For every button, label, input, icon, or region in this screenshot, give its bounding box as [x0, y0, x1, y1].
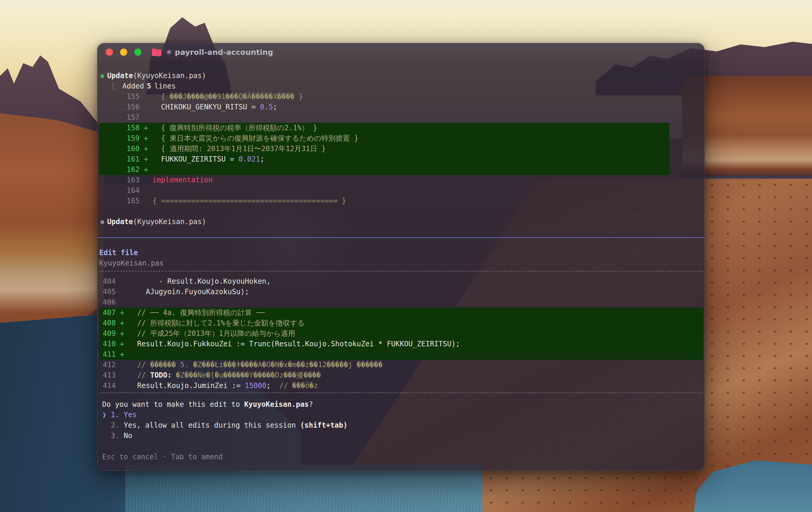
option-list: ❯1. Yes 2. Yes, allow all edits during t…	[99, 410, 703, 441]
tool-argument: (KyuyoKeisan.pas)	[133, 218, 206, 226]
code-line-410: 410 + Result.Koujo.FukkouZei := Trunc(Re…	[99, 339, 703, 349]
selector-spacer	[102, 431, 111, 441]
code-line-155: 155 { ���J����@��91���Q�Â�����X�̈��� }	[99, 91, 669, 102]
code-line-411: 411 +	[99, 349, 703, 360]
dashed-separator	[99, 393, 703, 393]
code-line-408: 408 + // 所得税額に対して2.1%を乗じた金額を徴収する	[99, 318, 703, 329]
summary-unit: lines	[154, 82, 176, 90]
code-line-161: 161 + FUKKOU_ZEIRITSU = 0.021;	[99, 154, 669, 165]
tool-argument: (KyuyoKeisan.pas)	[133, 72, 206, 80]
diff-block-2: 404 - Result.Koujo.KoyouHoken,405 AJugyo…	[99, 276, 703, 391]
minimize-button[interactable]	[120, 49, 127, 56]
code-line-405: 405 AJugyoin.FuyouKazokuSu);	[99, 287, 703, 297]
dashed-separator	[99, 271, 703, 272]
elbow-icon: ⎿	[109, 82, 116, 90]
tool-name: Update	[107, 218, 133, 226]
option-label: No	[124, 431, 132, 440]
keyboard-hints: Esc to cancel · Tab to amend	[99, 452, 703, 462]
diff-summary: ⎿Added5lines	[99, 81, 703, 91]
option-number: 2.	[111, 421, 124, 429]
option-label: Yes, allow all edits during this session	[124, 421, 296, 429]
tool-call-update-1: ●Update(KyuyoKeisan.pas)	[99, 70, 703, 81]
question-filename: KyuyoKeisan.pas	[244, 400, 309, 408]
terminal-content: ●Update(KyuyoKeisan.pas) ⎿Added5lines 15…	[97, 61, 704, 462]
code-line-409: 409 + // 平成25年（2013年）1月以降の給与から適用	[99, 329, 703, 339]
code-line-163: 163 implementation	[99, 175, 669, 186]
option-label: Yes	[124, 411, 137, 419]
code-line-407: 407 + // ── 4a. 復興特別所得税の計算 ──	[99, 308, 703, 318]
terminal-window: ✳ payroll-and-accounting ●Update(KyuyoKe…	[97, 43, 705, 471]
traffic-lights	[106, 49, 142, 56]
code-line-158: 158 + { 復興特別所得税の税率（所得税額の2.1%） }	[99, 123, 669, 133]
close-button[interactable]	[106, 49, 113, 56]
option-number: 3.	[111, 431, 124, 440]
code-line-157: 157	[99, 112, 669, 123]
code-line-413: 413 // TODO: �Z���Ńe�[�u������Y�����Dz��…	[99, 370, 703, 380]
section-separator	[97, 237, 704, 238]
tool-status-icon: ●	[100, 72, 104, 79]
zoom-button[interactable]	[134, 49, 142, 56]
summary-label: Added	[122, 82, 144, 90]
question-text: Do you want to make this edit to	[102, 400, 244, 408]
edit-file-name: KyuyoKeisan.pas	[99, 258, 703, 268]
code-line-406: 406	[99, 297, 703, 308]
question-mark: ?	[309, 400, 313, 408]
option-number: 1.	[111, 411, 124, 419]
code-line-165: 165 { ==================================…	[99, 196, 669, 206]
titlebar[interactable]: ✳ payroll-and-accounting	[97, 43, 704, 61]
selected-arrow-icon: ❯	[102, 410, 111, 420]
code-line-412: 412 // ������ 5. �Z���Łi���ǂ����A�O�N�x�…	[99, 360, 703, 370]
window-title: ✳ payroll-and-accounting	[166, 47, 273, 58]
wallpaper-rock	[0, 113, 104, 340]
code-line-162: 162 +	[99, 165, 669, 175]
confirmation-question: Do you want to make this edit to KyuyoKe…	[99, 399, 703, 410]
code-line-160: 160 + { 適用期間: 2013年1月1日〜2037年12月31日 }	[99, 144, 669, 154]
summary-count: 5	[147, 82, 151, 90]
code-line-414: 414 Result.Koujo.JuminZei := 15000; // �…	[99, 380, 703, 391]
selector-spacer	[102, 420, 111, 431]
diff-block-1: 155 { ���J����@��91���Q�Â�����X�̈��� }15…	[99, 91, 669, 206]
wallpaper-water	[125, 465, 483, 512]
tool-status-icon: ●	[100, 218, 104, 225]
option-2[interactable]: 2. Yes, allow all edits during this sess…	[99, 420, 703, 431]
code-line-156: 156 CHIKOKU_GENKYU_RITSU = 0.5;	[99, 102, 669, 112]
option-3[interactable]: 3. No	[99, 431, 703, 441]
tool-name: Update	[107, 72, 133, 80]
tool-call-update-2: ●Update(KyuyoKeisan.pas)	[99, 217, 703, 227]
option-1[interactable]: ❯1. Yes	[99, 410, 703, 420]
option-key-hint: (shift+tab)	[296, 421, 347, 429]
title-glyph: ✳	[166, 48, 172, 57]
code-line-164: 164	[99, 186, 669, 196]
edit-file-heading: Edit file	[99, 248, 703, 258]
folder-icon	[152, 48, 162, 56]
title-text: payroll-and-accounting	[175, 48, 273, 57]
code-line-159: 159 + { 東日本大震災からの復興財源を確保するための特別措置 }	[99, 133, 669, 144]
code-line-404: 404 - Result.Koujo.KoyouHoken,	[99, 276, 703, 287]
